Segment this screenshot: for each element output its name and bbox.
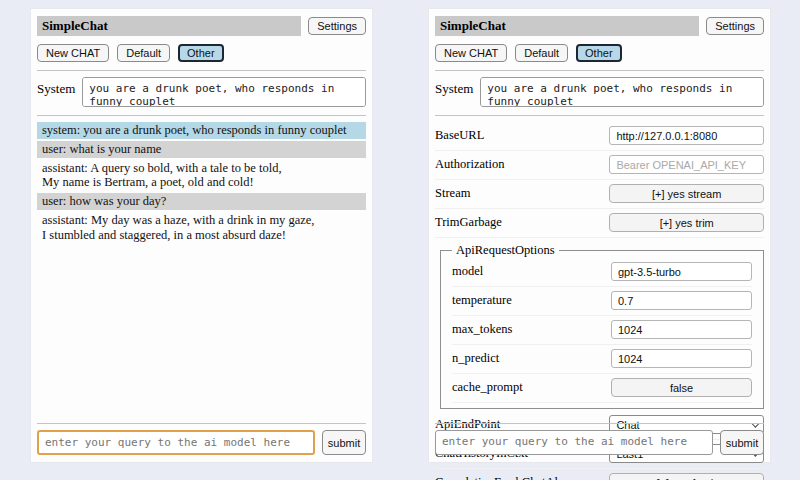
session-other-button[interactable]: Other: [576, 44, 622, 62]
divider: [435, 115, 764, 116]
chat-message-user: user: what is your name: [37, 141, 366, 158]
chat-panel: SimpleChat Settings New CHAT Default Oth…: [30, 8, 373, 463]
chat-message-assistant: assistant: My day was a haze, with a dri…: [37, 212, 366, 244]
system-label: System: [435, 77, 473, 97]
setting-row-model: model: [452, 258, 752, 287]
cache-prompt-toggle-button[interactable]: false: [611, 378, 752, 397]
setting-row-completion-fresh-chat-always: CompletionFreshChatAlways [+] yes fresh: [435, 469, 764, 480]
setting-row-n-predict: n_predict: [452, 345, 752, 374]
setting-row-cache-prompt: cache_prompt false: [452, 374, 752, 403]
baseurl-input[interactable]: [609, 126, 764, 145]
divider: [37, 115, 366, 116]
app-title: SimpleChat: [435, 16, 699, 36]
divider: [435, 70, 764, 71]
system-prompt-row: System you are a drunk poet, who respond…: [435, 77, 764, 107]
divider: [37, 70, 366, 71]
new-chat-button[interactable]: New CHAT: [435, 44, 507, 62]
query-bar: submit: [435, 423, 764, 455]
trimgarbage-toggle-button[interactable]: [+] yes trim: [609, 213, 764, 232]
model-input[interactable]: [611, 262, 752, 281]
new-chat-button[interactable]: New CHAT: [37, 44, 109, 62]
system-prompt-row: System you are a drunk poet, who respond…: [37, 77, 366, 107]
setting-row-authorization: Authorization: [435, 151, 764, 180]
session-default-button[interactable]: Default: [117, 44, 170, 62]
query-bar: submit: [37, 423, 366, 455]
chat-message-assistant: assistant: A query so bold, with a tale …: [37, 160, 366, 192]
api-request-options-group: ApiRequestOptions model temperature max_…: [440, 243, 764, 409]
chat-log: system: you are a drunk poet, who respon…: [37, 122, 366, 243]
completion-fresh-chat-toggle-button[interactable]: [+] yes fresh: [609, 473, 764, 480]
baseurl-label: BaseURL: [435, 128, 484, 143]
session-other-button[interactable]: Other: [178, 44, 224, 62]
app-title: SimpleChat: [37, 16, 301, 36]
setting-row-trimgarbage: TrimGarbage [+] yes trim: [435, 209, 764, 238]
setting-row-baseurl: BaseURL: [435, 122, 764, 151]
authorization-input[interactable]: [609, 155, 764, 174]
query-input[interactable]: [435, 430, 713, 455]
n-predict-input[interactable]: [611, 349, 752, 368]
completion-fresh-chat-always-label: CompletionFreshChatAlways: [435, 475, 584, 480]
chat-message-user: user: how was your day?: [37, 193, 366, 210]
settings-button[interactable]: Settings: [706, 17, 764, 35]
session-buttons: New CHAT Default Other: [37, 44, 366, 62]
stream-toggle-button[interactable]: [+] yes stream: [609, 184, 764, 203]
api-request-options-legend: ApiRequestOptions: [452, 243, 559, 258]
system-prompt-input[interactable]: you are a drunk poet, who responds in fu…: [480, 77, 764, 107]
query-input[interactable]: [37, 430, 315, 455]
trimgarbage-label: TrimGarbage: [435, 215, 502, 230]
setting-row-temperature: temperature: [452, 287, 752, 316]
chat-message-system: system: you are a drunk poet, who respon…: [37, 122, 366, 139]
temperature-input[interactable]: [611, 291, 752, 310]
session-buttons: New CHAT Default Other: [435, 44, 764, 62]
system-prompt-input[interactable]: you are a drunk poet, who responds in fu…: [82, 77, 366, 107]
n-predict-label: n_predict: [452, 351, 499, 366]
system-label: System: [37, 77, 75, 97]
model-label: model: [452, 264, 483, 279]
submit-button[interactable]: submit: [720, 430, 764, 455]
max-tokens-input[interactable]: [611, 320, 752, 339]
session-default-button[interactable]: Default: [515, 44, 568, 62]
setting-row-max-tokens: max_tokens: [452, 316, 752, 345]
cache-prompt-label: cache_prompt: [452, 380, 523, 395]
settings-panel: SimpleChat Settings New CHAT Default Oth…: [428, 8, 771, 463]
temperature-label: temperature: [452, 293, 512, 308]
setting-row-stream: Stream [+] yes stream: [435, 180, 764, 209]
header: SimpleChat Settings: [435, 16, 764, 36]
settings-button[interactable]: Settings: [308, 17, 366, 35]
header: SimpleChat Settings: [37, 16, 366, 36]
stream-label: Stream: [435, 186, 470, 201]
max-tokens-label: max_tokens: [452, 322, 512, 337]
authorization-label: Authorization: [435, 157, 504, 172]
submit-button[interactable]: submit: [322, 430, 366, 455]
